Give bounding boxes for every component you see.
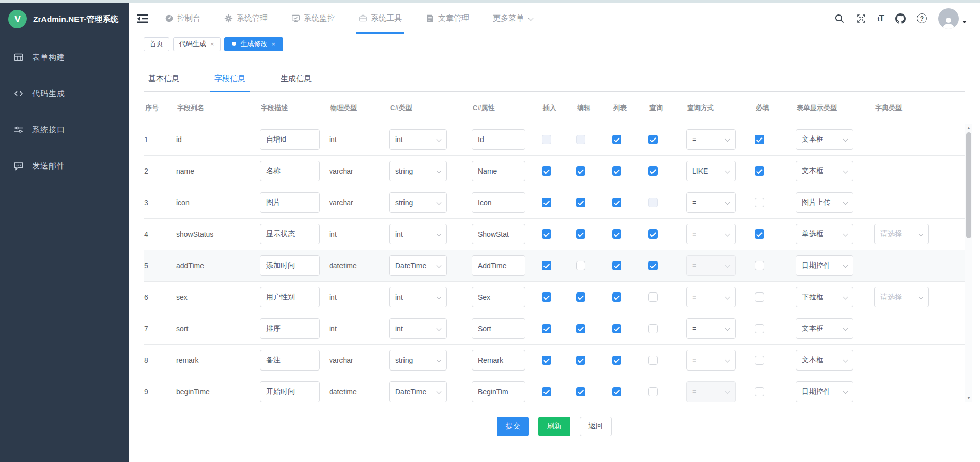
query-type-select[interactable]: LIKE — [686, 161, 736, 181]
scroll-thumb[interactable] — [966, 132, 971, 238]
required-checkbox[interactable] — [755, 166, 764, 176]
nav-item-5[interactable]: 文章管理 — [424, 3, 471, 34]
edit-checkbox[interactable] — [576, 324, 585, 333]
display-type-select[interactable]: 文本框 — [796, 350, 853, 371]
query-type-select[interactable]: = — [686, 381, 736, 402]
cs-type-select[interactable]: DateTime — [389, 255, 447, 276]
submit-button[interactable]: 提交 — [497, 417, 529, 436]
query-checkbox[interactable] — [648, 166, 658, 176]
cs-property-input[interactable] — [472, 255, 525, 276]
description-input[interactable] — [260, 318, 320, 339]
sidebar-item-2[interactable]: 代码生成 — [0, 75, 129, 112]
display-type-select[interactable]: 文本框 — [796, 129, 853, 150]
insert-checkbox[interactable] — [542, 135, 551, 144]
required-checkbox[interactable] — [755, 229, 764, 239]
edit-checkbox[interactable] — [576, 229, 585, 239]
sidebar-item-3[interactable]: 系统接口 — [0, 112, 129, 148]
edit-checkbox[interactable] — [576, 135, 585, 144]
vertical-scrollbar[interactable]: ▲ ▼ — [965, 124, 972, 402]
list-checkbox[interactable] — [612, 292, 621, 302]
close-icon[interactable]: × — [210, 40, 214, 48]
github-icon[interactable] — [895, 13, 906, 24]
search-icon[interactable] — [834, 13, 845, 24]
edit-checkbox[interactable] — [576, 261, 585, 270]
insert-checkbox[interactable] — [542, 261, 551, 270]
insert-checkbox[interactable] — [542, 198, 551, 207]
query-type-select[interactable]: = — [686, 287, 736, 307]
display-type-select[interactable]: 日期控件 — [796, 255, 853, 276]
fullscreen-icon[interactable] — [856, 13, 866, 24]
tag-tab-1[interactable]: 首页 — [144, 37, 169, 51]
edit-checkbox[interactable] — [576, 198, 585, 207]
query-type-select[interactable]: = — [686, 255, 736, 276]
query-type-select[interactable]: = — [686, 224, 736, 244]
nav-item-3[interactable]: 系统监控 — [289, 3, 337, 34]
required-checkbox[interactable] — [755, 324, 764, 333]
display-type-select[interactable]: 文本框 — [796, 161, 853, 181]
logo[interactable]: V ZrAdmin.NET-管理系统 — [0, 3, 129, 35]
tab-2[interactable]: 字段信息 — [210, 72, 250, 91]
list-checkbox[interactable] — [612, 198, 621, 207]
query-type-select[interactable]: = — [686, 350, 736, 371]
nav-item-4[interactable]: 系统工具 — [356, 3, 404, 34]
query-checkbox[interactable] — [648, 135, 658, 144]
description-input[interactable] — [260, 129, 320, 150]
description-input[interactable] — [260, 192, 320, 213]
insert-checkbox[interactable] — [542, 229, 551, 239]
required-checkbox[interactable] — [755, 261, 764, 270]
insert-checkbox[interactable] — [542, 292, 551, 302]
display-type-select[interactable]: 日期控件 — [796, 381, 853, 402]
scroll-up-icon[interactable]: ▲ — [965, 124, 973, 132]
list-checkbox[interactable] — [612, 324, 621, 333]
description-input[interactable] — [260, 350, 320, 371]
font-size-icon[interactable]: tT — [878, 13, 884, 24]
required-checkbox[interactable] — [755, 387, 764, 396]
cs-type-select[interactable]: string — [389, 350, 447, 371]
display-type-select[interactable]: 单选框 — [796, 224, 853, 244]
list-checkbox[interactable] — [612, 135, 621, 144]
edit-checkbox[interactable] — [576, 356, 585, 365]
sidebar-item-1[interactable]: 表单构建 — [0, 39, 129, 75]
cs-property-input[interactable] — [472, 192, 525, 213]
cs-type-select[interactable]: int — [389, 318, 447, 339]
display-type-select[interactable]: 图片上传 — [796, 192, 853, 213]
insert-checkbox[interactable] — [542, 324, 551, 333]
cs-type-select[interactable]: int — [389, 224, 447, 244]
required-checkbox[interactable] — [755, 198, 764, 207]
required-checkbox[interactable] — [755, 356, 764, 365]
cs-property-input[interactable] — [472, 224, 525, 244]
tag-tab-3[interactable]: 生成修改× — [224, 37, 284, 51]
description-input[interactable] — [260, 161, 320, 181]
query-checkbox[interactable] — [648, 292, 658, 302]
required-checkbox[interactable] — [755, 135, 764, 144]
cs-type-select[interactable]: string — [389, 192, 447, 213]
dict-type-select[interactable]: 请选择 — [874, 224, 929, 244]
scroll-track[interactable] — [965, 132, 972, 394]
edit-checkbox[interactable] — [576, 387, 585, 396]
close-icon[interactable]: × — [272, 40, 276, 48]
list-checkbox[interactable] — [612, 166, 621, 176]
cs-property-input[interactable] — [472, 287, 525, 307]
description-input[interactable] — [260, 224, 320, 244]
refresh-button[interactable]: 刷新 — [538, 417, 570, 436]
query-type-select[interactable]: = — [686, 129, 736, 150]
scroll-down-icon[interactable]: ▼ — [965, 394, 973, 402]
query-checkbox[interactable] — [648, 261, 658, 270]
tab-1[interactable]: 基本信息 — [144, 72, 183, 91]
cs-type-select[interactable]: string — [389, 161, 447, 181]
display-type-select[interactable]: 下拉框 — [796, 287, 853, 307]
cs-type-select[interactable]: DateTime — [389, 381, 447, 402]
insert-checkbox[interactable] — [542, 166, 551, 176]
cs-property-input[interactable] — [472, 129, 525, 150]
list-checkbox[interactable] — [612, 261, 621, 270]
edit-checkbox[interactable] — [576, 166, 585, 176]
description-input[interactable] — [260, 381, 320, 402]
list-checkbox[interactable] — [612, 387, 621, 396]
insert-checkbox[interactable] — [542, 356, 551, 365]
tag-tab-2[interactable]: 代码生成× — [173, 37, 221, 51]
edit-checkbox[interactable] — [576, 292, 585, 302]
tab-3[interactable]: 生成信息 — [276, 72, 316, 91]
description-input[interactable] — [260, 255, 320, 276]
list-checkbox[interactable] — [612, 229, 621, 239]
cs-type-select[interactable]: int — [389, 129, 447, 150]
